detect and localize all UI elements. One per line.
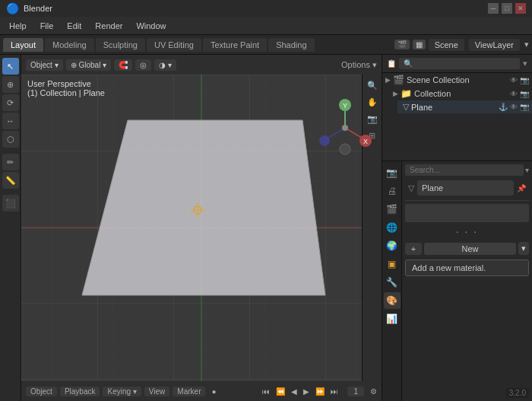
outliner-icon: 📋	[387, 59, 396, 68]
scene-label[interactable]: Scene	[429, 39, 464, 51]
tab-sculpting[interactable]: Sculpting	[96, 38, 145, 52]
svg-text:Y: Y	[343, 102, 347, 110]
menu-file[interactable]: File	[34, 20, 60, 32]
scene-collection-label: Scene Collection	[407, 75, 508, 84]
measure-tool[interactable]: 📏	[2, 172, 19, 189]
viewport[interactable]: Object ▾ ⊕ Global ▾ 🧲 ◎ ◑ ▾ Options ▾	[21, 55, 382, 401]
version-badge: 3.2.0	[506, 388, 529, 398]
viewlayer-label[interactable]: ViewLayer	[469, 39, 520, 51]
menubar: Help File Edit Render Window	[0, 17, 532, 35]
minimize-button[interactable]: ─	[488, 3, 499, 14]
scene-props-btn[interactable]: 🌐	[384, 219, 401, 236]
collection-icon: 📁	[401, 88, 412, 99]
mat-funnel-btn[interactable]: ▾	[518, 242, 529, 255]
plane-eye-icon[interactable]: 👁	[510, 103, 518, 111]
properties-panel: 📷 🖨 🎬 🌐 🌍 ▣ 🔧 🎨 📊 ▾ ▽	[382, 161, 532, 401]
cursor-tool[interactable]: ↖	[2, 58, 19, 75]
zoom-in-btn[interactable]: 🔍	[365, 78, 380, 93]
menu-window[interactable]: Window	[130, 20, 172, 32]
menu-help[interactable]: Help	[3, 20, 33, 32]
frame-number[interactable]: 1	[347, 387, 364, 396]
props-search-bar: ▾	[405, 164, 529, 176]
view-btn[interactable]: View	[144, 387, 170, 396]
tab-shading[interactable]: Shading	[268, 38, 314, 52]
tab-texture-paint[interactable]: Texture Paint	[203, 38, 267, 52]
collection-row[interactable]: ▶ 📁 Collection 👁 📷	[390, 87, 532, 100]
marker-btn[interactable]: Marker	[173, 387, 205, 396]
left-toolbar: ↖ ⊕ ⟳ ↔ ⬡ ✏ 📏 ⬛	[0, 55, 21, 401]
scene-collection-row[interactable]: ▶ 🎬 Scene Collection 👁 📷	[382, 73, 532, 87]
collection-eye-icon[interactable]: 👁	[510, 90, 518, 98]
first-frame-btn[interactable]: ⏮	[261, 387, 271, 396]
eye-icon[interactable]: 👁	[510, 76, 518, 84]
plane-row[interactable]: ▽ Plane ⚓ 👁 📷	[397, 100, 532, 113]
svg-text:X: X	[363, 138, 368, 145]
options-dropdown[interactable]: Options ▾	[341, 60, 377, 70]
render-icon-btn[interactable]: 🎬	[394, 40, 410, 49]
outliner-filter-icon[interactable]: ▾	[523, 59, 527, 68]
svg-point-17	[340, 144, 350, 154]
menu-edit[interactable]: Edit	[61, 20, 87, 32]
prev-btn[interactable]: ◀	[290, 387, 299, 396]
props-search-input[interactable]	[405, 164, 524, 176]
prev-frame-btn[interactable]: ⏪	[274, 387, 287, 396]
keying-btn[interactable]: Keying ▾	[103, 387, 141, 396]
plane-render-icon[interactable]: 📷	[520, 103, 529, 111]
navigation-gizmo[interactable]: Y X	[315, 97, 375, 158]
tab-modeling[interactable]: Modeling	[45, 38, 94, 52]
scale-tool[interactable]: ↔	[2, 113, 19, 129]
settings-icon[interactable]: ⚙	[370, 387, 377, 396]
material-props-btn[interactable]: 🎨	[384, 292, 401, 309]
main-area: ↖ ⊕ ⟳ ↔ ⬡ ✏ 📏 ⬛ Object ▾ ⊕ Global ▾ 🧲 ◎ …	[0, 55, 532, 401]
filter-icon[interactable]: ▾	[524, 40, 529, 49]
maximize-button[interactable]: □	[502, 3, 512, 14]
mat-new-btn[interactable]: New	[424, 243, 516, 255]
annotate-tool[interactable]: ✏	[2, 154, 19, 170]
global-transform[interactable]: ⊕ Global ▾	[66, 59, 111, 71]
output-props-btn[interactable]: 🖨	[384, 183, 401, 199]
collection-render-icon[interactable]: 📷	[520, 90, 529, 98]
transform-tool[interactable]: ⬡	[2, 131, 19, 148]
last-frame-btn[interactable]: ⏭	[329, 387, 340, 396]
render-props-btn[interactable]: 📷	[384, 164, 401, 181]
mat-add-btn[interactable]: +	[405, 243, 422, 255]
world-props-btn[interactable]: 🌍	[384, 237, 401, 254]
next-btn[interactable]: ⏩	[314, 387, 326, 396]
object-props-btn[interactable]: ▣	[384, 256, 401, 272]
camera-render-icon[interactable]: 📷	[520, 76, 529, 84]
plane-label: Plane	[411, 103, 496, 112]
object-mode-dropdown[interactable]: Object ▾	[26, 59, 63, 71]
play-btn[interactable]: ▶	[302, 387, 311, 396]
object-name-field[interactable]: Plane	[417, 180, 514, 196]
viewport-info: User Perspective (1) Collection | Plane	[27, 79, 105, 97]
right-panel: 📋 ▾ ▶ 🎬 Scene Collection 👁 📷 ▶ 📁 Collect…	[382, 55, 532, 401]
app-title: Blender	[24, 4, 52, 13]
rotate-tool[interactable]: ⟳	[2, 94, 19, 111]
material-add-row: + New ▾	[405, 240, 529, 256]
menu-render[interactable]: Render	[89, 20, 128, 32]
hook-icon: ⚓	[499, 103, 508, 111]
mesh-icon: ▽	[403, 102, 409, 112]
move-tool[interactable]: ⊕	[2, 76, 19, 93]
outliner-search[interactable]	[399, 58, 520, 69]
tab-layout[interactable]: Layout	[3, 38, 43, 52]
mat-tooltip: Add a new material.	[405, 259, 529, 276]
pin-icon[interactable]: 📌	[517, 184, 526, 193]
props-content: ▾ ▽ Plane 📌 · · · + New ▾	[402, 161, 532, 401]
gizmo-svg: Y X	[315, 97, 375, 158]
proportional-edit[interactable]: ◎	[135, 59, 151, 71]
outliner-header: 📋 ▾	[382, 55, 532, 73]
data-props-btn[interactable]: 📊	[384, 310, 401, 327]
tab-uv-editing[interactable]: UV Editing	[147, 38, 201, 52]
props-filter-btn[interactable]: ▾	[525, 166, 529, 174]
snap-btn[interactable]: 🧲	[114, 59, 132, 71]
viewport-shading[interactable]: ◑ ▾	[154, 59, 176, 71]
modifier-props-btn[interactable]: 🔧	[384, 274, 401, 291]
playback-btn[interactable]: Playback	[60, 387, 100, 396]
viewport-icon-btn[interactable]: ▦	[413, 40, 426, 49]
blender-logo-icon: 🔵	[6, 2, 19, 14]
object-context-btn[interactable]: Object	[26, 387, 57, 396]
view-props-btn[interactable]: 🎬	[384, 201, 401, 218]
close-button[interactable]: ✕	[515, 3, 526, 14]
add-cube-tool[interactable]: ⬛	[2, 195, 19, 212]
